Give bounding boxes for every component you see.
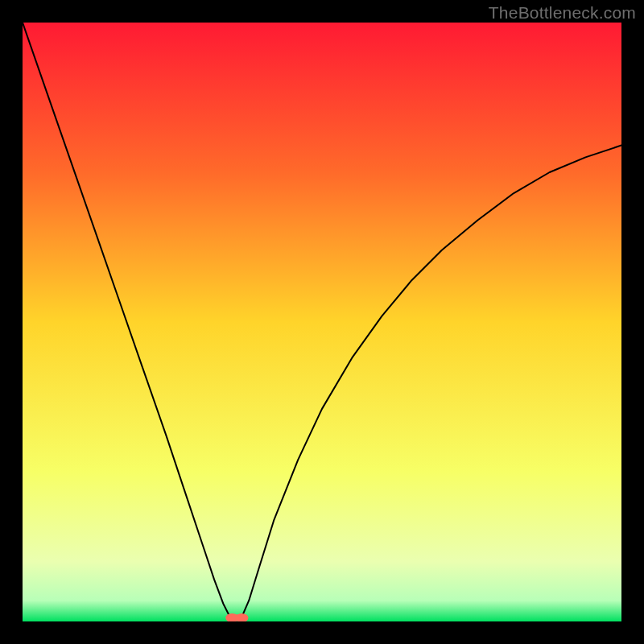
bottleneck-chart [23, 23, 621, 621]
chart-background [23, 23, 621, 621]
chart-frame [23, 23, 621, 621]
watermark-text: TheBottleneck.com [489, 3, 636, 23]
